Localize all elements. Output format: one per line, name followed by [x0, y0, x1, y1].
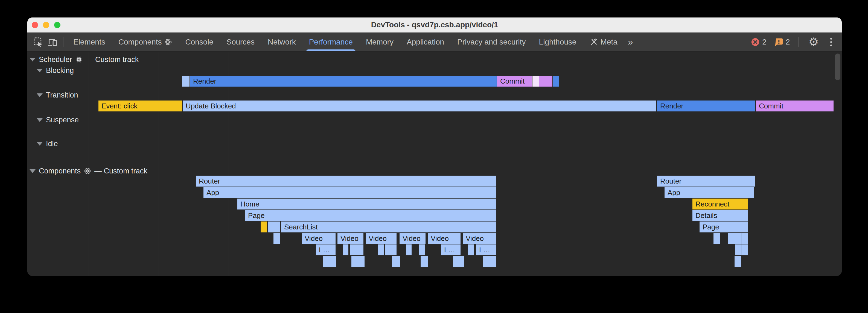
- flame-bar-searchlist[interactable]: SearchList: [281, 221, 496, 233]
- flame-bar-render[interactable]: Render: [190, 76, 497, 86]
- tab-label: Elements: [73, 38, 105, 46]
- lane-label: Idle: [46, 140, 58, 148]
- tab-label: Privacy and security: [457, 38, 526, 46]
- tab-sources[interactable]: Sources: [220, 33, 261, 51]
- flame-bar-video[interactable]: Video: [366, 233, 397, 244]
- flame-bar-l[interactable]: L…: [441, 244, 461, 255]
- tab-application[interactable]: Application: [400, 33, 451, 51]
- collapse-triangle-icon[interactable]: [37, 94, 43, 97]
- flame-bar-segment[interactable]: [728, 233, 741, 244]
- atom-icon: [84, 167, 91, 175]
- lane-suspense[interactable]: Suspense: [37, 116, 79, 124]
- lane-blocking[interactable]: Blocking: [37, 66, 74, 75]
- track-title-components[interactable]: Components— Custom track: [30, 167, 147, 175]
- flame-bar-update-blocked[interactable]: Update Blocked: [183, 101, 656, 111]
- flame-bar-segment[interactable]: [323, 256, 336, 267]
- lane-label: Transition: [46, 91, 78, 99]
- tab-label: Console: [185, 38, 213, 46]
- more-tabs-icon[interactable]: »: [624, 37, 637, 47]
- flame-bar-segment[interactable]: [539, 76, 552, 86]
- collapse-triangle-icon[interactable]: [30, 169, 36, 173]
- flame-bar-commit[interactable]: Commit: [756, 101, 834, 111]
- flame-bar-page[interactable]: Page: [700, 221, 748, 233]
- flame-bar-segment[interactable]: [532, 76, 539, 86]
- flame-bar-video[interactable]: Video: [428, 233, 461, 244]
- vertical-scrollbar-thumb[interactable]: [835, 54, 840, 80]
- tab-console[interactable]: Console: [179, 33, 220, 51]
- console-errors-badge[interactable]: 2: [748, 37, 769, 47]
- flame-bar-event-click[interactable]: Event: click: [98, 101, 182, 111]
- lane-transition[interactable]: Transition: [37, 91, 78, 99]
- close-button[interactable]: [32, 22, 38, 28]
- flame-bar-segment[interactable]: [421, 256, 428, 267]
- issues-badge[interactable]: 2: [772, 37, 793, 47]
- lane-label: Blocking: [46, 66, 74, 75]
- tab-lighthouse[interactable]: Lighthouse: [532, 33, 583, 51]
- tab-performance[interactable]: Performance: [303, 33, 359, 51]
- flame-bar-segment[interactable]: [343, 244, 348, 255]
- flame-bar-segment[interactable]: [385, 244, 397, 255]
- flame-bar-segment[interactable]: [453, 256, 464, 267]
- flame-bar-segment[interactable]: [735, 256, 741, 267]
- collapse-triangle-icon[interactable]: [37, 118, 43, 122]
- collapse-triangle-icon[interactable]: [37, 69, 43, 72]
- flame-bar-page[interactable]: Page: [245, 210, 496, 221]
- gridline: [89, 52, 89, 276]
- flame-bar-reconnect[interactable]: Reconnect: [692, 199, 748, 209]
- flame-bar-segment[interactable]: [419, 244, 425, 255]
- flame-bar-render[interactable]: Render: [657, 101, 755, 111]
- flame-bar-segment[interactable]: [553, 76, 559, 86]
- flame-bar-segment[interactable]: [351, 256, 365, 267]
- flame-bar-video[interactable]: Video: [400, 233, 426, 244]
- inspect-element-icon[interactable]: [31, 35, 45, 49]
- collapse-triangle-icon[interactable]: [30, 58, 36, 62]
- tab-label: Performance: [309, 38, 353, 46]
- flame-bar-video[interactable]: Video: [463, 233, 496, 244]
- flame-bar-segment[interactable]: [274, 233, 280, 244]
- flame-bar-segment[interactable]: [468, 244, 474, 255]
- flame-bar-segment[interactable]: [350, 244, 364, 255]
- flame-bar-segment[interactable]: [483, 256, 496, 267]
- flame-bar-segment[interactable]: [268, 221, 280, 233]
- flame-bar-segment[interactable]: [260, 221, 267, 233]
- window-titlebar: DevTools - qsvd7p.csb.app/video/1: [27, 18, 842, 33]
- collapse-triangle-icon[interactable]: [37, 142, 43, 146]
- tab-label: Lighthouse: [539, 38, 577, 46]
- flame-bar-segment[interactable]: [378, 244, 384, 255]
- flame-bar-video[interactable]: Video: [338, 233, 364, 244]
- flame-bar-segment[interactable]: [741, 233, 748, 244]
- tab-memory[interactable]: Memory: [359, 33, 400, 51]
- flame-bar-segment[interactable]: [713, 233, 720, 244]
- more-options-icon[interactable]: [825, 38, 837, 46]
- flame-bar-l[interactable]: L…: [316, 244, 336, 255]
- device-toolbar-icon[interactable]: [45, 35, 60, 49]
- tab-label: Memory: [366, 38, 394, 46]
- tab-network[interactable]: Network: [261, 33, 303, 51]
- flame-bar-app[interactable]: App: [204, 187, 496, 198]
- tab-meta[interactable]: Meta: [583, 33, 624, 51]
- zoom-button[interactable]: [54, 22, 60, 28]
- flame-bar-segment[interactable]: [182, 76, 189, 86]
- flame-bar-segment[interactable]: [741, 244, 748, 255]
- track-title-scheduler[interactable]: Scheduler— Custom track: [30, 55, 138, 64]
- settings-gear-icon[interactable]: ⚙: [804, 36, 823, 48]
- flame-bar-video[interactable]: Video: [302, 233, 336, 244]
- tab-components[interactable]: Components: [112, 33, 179, 51]
- flame-bar-commit[interactable]: Commit: [497, 76, 532, 86]
- flame-bar-app[interactable]: App: [664, 187, 754, 198]
- flame-bar-segment[interactable]: [735, 244, 741, 255]
- tab-elements[interactable]: Elements: [67, 33, 112, 51]
- flame-bar-segment[interactable]: [392, 256, 400, 267]
- flame-bar-details[interactable]: Details: [692, 210, 748, 221]
- flame-bar-router[interactable]: Router: [196, 176, 496, 186]
- atom-icon: [164, 38, 172, 46]
- flame-bar-router[interactable]: Router: [657, 176, 755, 186]
- flame-bar-segment[interactable]: [406, 244, 411, 255]
- tab-privacy-and-security[interactable]: Privacy and security: [451, 33, 532, 51]
- tab-label: Components: [118, 38, 162, 46]
- flame-bar-home[interactable]: Home: [237, 199, 496, 209]
- flame-bar-l[interactable]: L…: [476, 244, 496, 255]
- devtools-toolbar: ElementsComponentsConsoleSourcesNetworkP…: [27, 33, 842, 52]
- minimize-button[interactable]: [43, 22, 49, 28]
- lane-idle[interactable]: Idle: [37, 140, 58, 148]
